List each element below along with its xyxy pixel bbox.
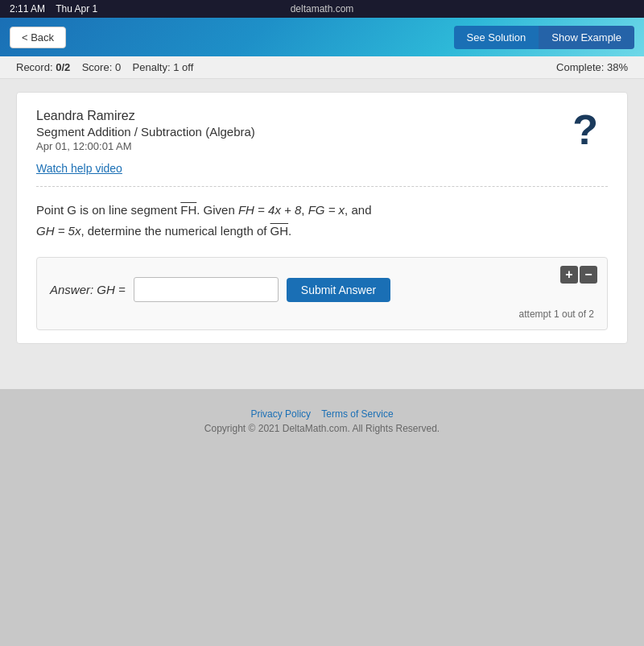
- answer-label: Answer: GH =: [50, 283, 126, 296]
- complete-info: Complete: 38%: [556, 61, 628, 73]
- plus-button[interactable]: +: [560, 266, 578, 284]
- privacy-policy-link[interactable]: Privacy Policy: [250, 408, 311, 420]
- divider: [36, 186, 608, 187]
- answer-input[interactable]: [134, 277, 279, 302]
- equation-2: FG = x: [308, 203, 345, 217]
- score-label: Score:: [82, 61, 113, 73]
- problem-text-3: ,: [301, 203, 308, 217]
- topic-name: Segment Addition / Subtraction (Algebra): [36, 125, 608, 139]
- score-value: 0: [115, 61, 121, 73]
- problem-text-1: Point G is on line segment: [36, 203, 180, 217]
- question-icon: ?: [572, 109, 598, 151]
- answer-box: + − Answer: GH = Submit Answer attempt 1…: [36, 257, 608, 330]
- student-name: Leandra Ramirez: [36, 109, 608, 123]
- plus-minus-controls: + −: [560, 266, 597, 284]
- date-line: Apr 01, 12:00:01 AM: [36, 140, 608, 152]
- segment-gh: GH: [270, 224, 289, 238]
- terms-of-service-link[interactable]: Terms of Service: [321, 408, 393, 420]
- penalty-value: 1 off: [173, 61, 193, 73]
- site-url: deltamath.com: [291, 3, 354, 14]
- info-card: ? Leandra Ramirez Segment Addition / Sub…: [16, 92, 628, 344]
- time-display: 2:11 AM: [10, 3, 45, 14]
- record-info: Record: 0/2 Score: 0 Penalty: 1 off: [16, 61, 193, 73]
- record-bar: Record: 0/2 Score: 0 Penalty: 1 off Comp…: [0, 56, 644, 79]
- status-bar: 2:11 AM Thu Apr 1 deltamath.com: [0, 0, 644, 18]
- back-button[interactable]: < Back: [10, 27, 66, 48]
- watch-help-link[interactable]: Watch help video: [36, 162, 608, 175]
- problem-text: Point G is on line segment FH. Given FH …: [36, 200, 608, 241]
- segment-fh: FH: [180, 203, 196, 217]
- footer: Privacy Policy Terms of Service Copyrigh…: [0, 389, 644, 444]
- problem-text-7: .: [288, 224, 291, 238]
- equation-3: GH = 5x: [36, 224, 80, 238]
- record-value: 0/2: [56, 61, 70, 73]
- submit-button[interactable]: Submit Answer: [287, 278, 390, 302]
- see-solution-button[interactable]: See Solution: [454, 26, 539, 49]
- top-banner: < Back See Solution Show Example: [0, 18, 644, 56]
- main-content: ? Leandra Ramirez Segment Addition / Sub…: [0, 79, 644, 389]
- answer-row: Answer: GH = Submit Answer: [50, 277, 594, 302]
- penalty-label: Penalty:: [133, 61, 171, 73]
- problem-text-4: , and: [345, 203, 371, 217]
- footer-links: Privacy Policy Terms of Service: [0, 408, 644, 420]
- show-example-button[interactable]: Show Example: [539, 26, 634, 49]
- attempt-text: attempt 1 out of 2: [50, 309, 594, 320]
- copyright-text: Copyright © 2021 DeltaMath.com. All Righ…: [0, 423, 644, 434]
- action-buttons: See Solution Show Example: [454, 26, 634, 49]
- complete-value: 38%: [607, 61, 628, 73]
- record-label: Record:: [16, 61, 53, 73]
- status-time: 2:11 AM Thu Apr 1: [10, 3, 97, 14]
- day-display: Thu Apr 1: [56, 3, 97, 14]
- equation-1: FH = 4x + 8: [238, 203, 301, 217]
- complete-label: Complete:: [556, 61, 604, 73]
- minus-button[interactable]: −: [580, 266, 597, 284]
- problem-text-2: . Given: [196, 203, 238, 217]
- problem-text-6: , determine the numerical length of: [80, 224, 270, 238]
